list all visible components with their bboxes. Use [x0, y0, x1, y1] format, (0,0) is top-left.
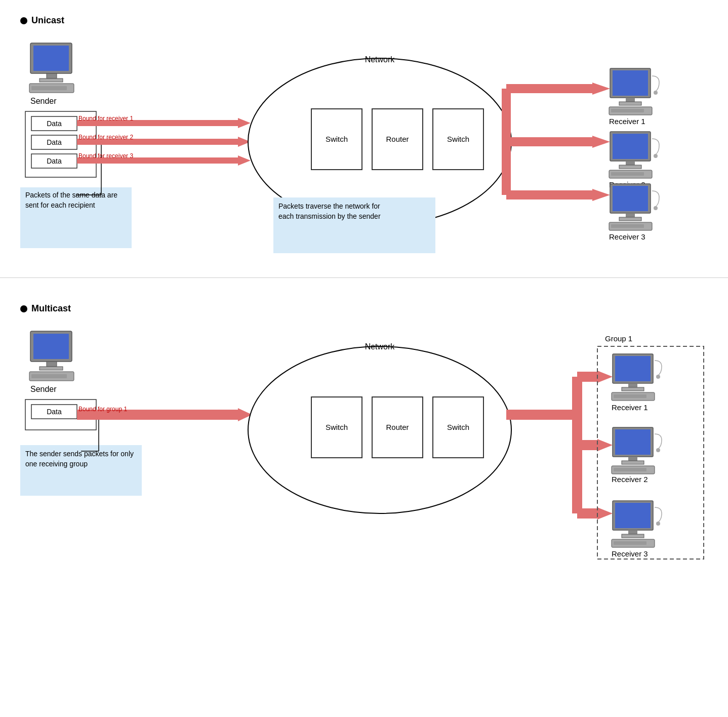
svg-text:Router: Router	[386, 423, 409, 431]
unicast-title: Unicast	[20, 15, 708, 26]
svg-point-125	[656, 448, 660, 452]
svg-marker-20	[238, 118, 251, 128]
svg-rect-51	[613, 70, 648, 96]
svg-rect-69	[619, 217, 641, 221]
unicast-sender-label: Sender	[30, 97, 57, 105]
svg-rect-63	[611, 172, 644, 176]
svg-marker-108	[597, 507, 613, 520]
svg-point-64	[654, 154, 658, 158]
svg-rect-79	[31, 374, 67, 378]
svg-marker-104	[597, 371, 613, 383]
svg-rect-130	[622, 534, 644, 538]
svg-rect-71	[611, 224, 644, 228]
svg-marker-26	[238, 155, 251, 166]
svg-text:Router: Router	[386, 135, 409, 143]
svg-text:Receiver 1: Receiver 1	[612, 403, 648, 412]
svg-rect-129	[628, 530, 637, 534]
svg-rect-113	[628, 383, 637, 387]
svg-rect-59	[613, 134, 648, 159]
svg-text:Data: Data	[47, 408, 62, 416]
svg-rect-116	[614, 394, 646, 398]
svg-text:Network: Network	[365, 55, 395, 64]
svg-text:Receiver 3: Receiver 3	[612, 549, 648, 558]
svg-text:Switch: Switch	[447, 423, 469, 431]
multicast-section: Multicast Sender Data The sender sends p…	[0, 288, 728, 586]
svg-rect-55	[611, 109, 644, 112]
unicast-bullet	[20, 17, 27, 24]
svg-rect-128	[615, 503, 651, 528]
svg-point-117	[656, 375, 660, 379]
svg-text:Packets of the same data are: Packets of the same data are	[25, 191, 117, 199]
section-divider	[0, 277, 728, 278]
svg-rect-52	[626, 98, 635, 102]
svg-rect-76	[47, 362, 57, 367]
svg-rect-75	[33, 334, 69, 359]
svg-rect-5	[31, 86, 67, 90]
svg-text:one receiving group: one receiving group	[25, 460, 88, 468]
svg-point-56	[654, 91, 658, 95]
multicast-diagram: Sender Data The sender sends packets for…	[20, 326, 708, 574]
svg-text:sent for each recipient: sent for each recipient	[25, 201, 95, 209]
multicast-bullet	[20, 305, 27, 312]
svg-text:Network: Network	[365, 342, 395, 351]
svg-marker-48	[592, 189, 610, 201]
svg-text:Bound for receiver 3: Bound for receiver 3	[78, 152, 133, 160]
svg-text:Receiver 1: Receiver 1	[609, 117, 645, 126]
svg-rect-77	[39, 367, 63, 370]
unicast-diagram: Sender Data Data Data Packets of the sam…	[20, 38, 708, 256]
svg-rect-122	[622, 461, 644, 464]
svg-text:Switch: Switch	[326, 135, 348, 143]
svg-rect-132	[614, 541, 646, 545]
svg-marker-43	[592, 83, 610, 95]
svg-rect-112	[615, 356, 651, 381]
svg-text:The sender sends packets for o: The sender sends packets for only	[25, 450, 134, 458]
svg-text:Packets traverse the network f: Packets traverse the network for	[278, 202, 380, 210]
svg-text:Sender: Sender	[30, 385, 57, 393]
svg-text:Data: Data	[47, 120, 62, 128]
svg-text:Receiver 2: Receiver 2	[612, 475, 648, 484]
svg-text:Receiver 3: Receiver 3	[609, 232, 645, 241]
svg-text:Group 1: Group 1	[605, 334, 632, 343]
svg-rect-68	[626, 213, 635, 217]
svg-rect-114	[622, 387, 644, 391]
svg-point-72	[654, 206, 658, 210]
multicast-title: Multicast	[20, 303, 708, 314]
svg-rect-3	[39, 78, 63, 82]
svg-text:Data: Data	[47, 157, 62, 165]
svg-rect-120	[615, 429, 651, 455]
svg-rect-2	[47, 73, 57, 78]
svg-text:Bound for receiver 1: Bound for receiver 1	[78, 115, 133, 122]
svg-text:Data: Data	[47, 138, 62, 146]
unicast-section: Unicast Sender Data Data Data Packets of…	[0, 0, 728, 267]
svg-text:Switch: Switch	[326, 423, 348, 431]
svg-text:Switch: Switch	[447, 135, 469, 143]
svg-rect-61	[619, 165, 641, 169]
svg-rect-53	[619, 102, 641, 105]
svg-text:each transmission by the sende: each transmission by the sender	[278, 212, 381, 220]
svg-rect-121	[628, 457, 637, 461]
svg-marker-106	[597, 439, 613, 451]
svg-rect-67	[613, 186, 648, 211]
svg-rect-60	[626, 161, 635, 165]
svg-rect-1	[33, 46, 69, 71]
svg-point-133	[656, 522, 660, 526]
svg-text:Bound for receiver 2: Bound for receiver 2	[78, 134, 133, 141]
svg-marker-46	[592, 136, 610, 148]
svg-text:Bound for group 1: Bound for group 1	[78, 406, 127, 413]
svg-rect-124	[614, 468, 646, 471]
